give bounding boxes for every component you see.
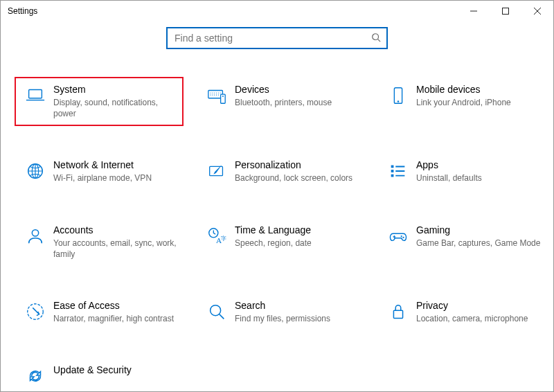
tile-privacy[interactable]: Privacy Location, camera, microphone bbox=[377, 293, 546, 331]
keyboard-icon bbox=[203, 84, 231, 119]
tile-desc: Game Bar, captures, Game Mode bbox=[416, 238, 541, 249]
svg-rect-11 bbox=[391, 166, 394, 168]
settings-grid-scroll[interactable]: System Display, sound, notifications, po… bbox=[15, 77, 548, 391]
tile-time-language[interactable]: A字 Time & Language Speech, region, date bbox=[196, 217, 365, 267]
tile-mobile[interactable]: Mobile devices Link your Android, iPhone bbox=[377, 77, 546, 126]
globe-icon bbox=[21, 159, 49, 184]
svg-point-21 bbox=[211, 305, 221, 316]
search-icon bbox=[371, 33, 381, 44]
tile-title: System bbox=[53, 84, 178, 95]
tile-desc: Find my files, permissions bbox=[235, 313, 359, 324]
search-input[interactable] bbox=[173, 32, 371, 44]
tile-desc: Narrator, magnifier, high contrast bbox=[53, 313, 178, 324]
tile-system[interactable]: System Display, sound, notifications, po… bbox=[15, 77, 184, 126]
phone-icon bbox=[384, 84, 412, 119]
tile-desc: Background, lock screen, colors bbox=[235, 172, 359, 184]
tile-title: Time & Language bbox=[235, 224, 359, 235]
tile-title: Personalization bbox=[235, 159, 359, 170]
sync-icon bbox=[21, 364, 49, 386]
svg-rect-12 bbox=[391, 170, 394, 173]
tile-ease-of-access[interactable]: Ease of Access Narrator, magnifier, high… bbox=[15, 293, 184, 331]
tile-title: Mobile devices bbox=[416, 84, 541, 95]
lock-icon bbox=[384, 300, 412, 324]
ease-of-access-icon bbox=[21, 300, 49, 324]
minimize-icon bbox=[470, 8, 477, 15]
tile-devices[interactable]: Devices Bluetooth, printers, mouse bbox=[196, 77, 365, 126]
tile-title: Network & Internet bbox=[53, 159, 178, 170]
tile-title: Devices bbox=[235, 84, 359, 95]
maximize-button[interactable] bbox=[490, 1, 521, 21]
close-icon bbox=[534, 8, 541, 15]
list-icon bbox=[384, 159, 412, 184]
svg-point-7 bbox=[397, 100, 399, 102]
tile-desc: Uninstall, defaults bbox=[416, 172, 541, 184]
tile-title: Privacy bbox=[416, 300, 541, 311]
maximize-icon bbox=[502, 8, 509, 15]
svg-rect-2 bbox=[29, 90, 42, 98]
tile-title: Apps bbox=[416, 159, 541, 170]
tile-desc: Speech, region, date bbox=[235, 238, 359, 249]
tile-network[interactable]: Network & Internet Wi-Fi, airplane mode,… bbox=[15, 152, 184, 190]
tile-desc: Wi-Fi, airplane mode, VPN bbox=[53, 172, 178, 184]
tile-title: Search bbox=[235, 300, 359, 311]
tile-title: Update & Security bbox=[53, 364, 178, 375]
svg-point-19 bbox=[402, 236, 404, 238]
laptop-icon bbox=[21, 84, 49, 119]
svg-rect-0 bbox=[503, 8, 509, 15]
tile-desc: Your accounts, email, sync, work, family bbox=[53, 238, 178, 260]
svg-rect-13 bbox=[391, 175, 394, 177]
tile-title: Accounts bbox=[53, 224, 178, 235]
svg-rect-22 bbox=[393, 310, 402, 318]
tile-desc: Display, sound, notifications, power bbox=[53, 97, 178, 119]
paintbrush-icon bbox=[203, 159, 231, 184]
tile-apps[interactable]: Apps Uninstall, defaults bbox=[377, 152, 546, 190]
svg-point-20 bbox=[28, 304, 44, 320]
tile-desc: Link your Android, iPhone bbox=[416, 97, 541, 108]
tile-update-security[interactable]: Update & Security bbox=[15, 357, 184, 391]
magnifier-icon bbox=[203, 300, 231, 324]
svg-point-1 bbox=[373, 33, 379, 39]
tile-gaming[interactable]: Gaming Game Bar, captures, Game Mode bbox=[377, 217, 546, 267]
window-title: Settings bbox=[8, 6, 37, 16]
tile-title: Ease of Access bbox=[53, 300, 178, 311]
titlebar: Settings bbox=[1, 1, 553, 21]
gamepad-icon bbox=[384, 224, 412, 260]
tile-desc: Location, camera, microphone bbox=[416, 313, 541, 324]
time-language-icon: A字 bbox=[203, 224, 231, 260]
minimize-button[interactable] bbox=[458, 1, 490, 21]
close-button[interactable] bbox=[521, 1, 553, 21]
tile-desc: Bluetooth, printers, mouse bbox=[235, 97, 359, 108]
tile-personalization[interactable]: Personalization Background, lock screen,… bbox=[196, 152, 365, 190]
tile-accounts[interactable]: Accounts Your accounts, email, sync, wor… bbox=[15, 217, 184, 267]
tile-title: Gaming bbox=[416, 224, 541, 235]
svg-point-18 bbox=[401, 235, 402, 236]
person-icon bbox=[21, 224, 49, 260]
svg-point-14 bbox=[32, 229, 38, 235]
svg-point-5 bbox=[222, 96, 224, 97]
search-box[interactable] bbox=[166, 27, 388, 49]
svg-text:字: 字 bbox=[221, 234, 226, 241]
tile-search[interactable]: Search Find my files, permissions bbox=[196, 293, 365, 331]
